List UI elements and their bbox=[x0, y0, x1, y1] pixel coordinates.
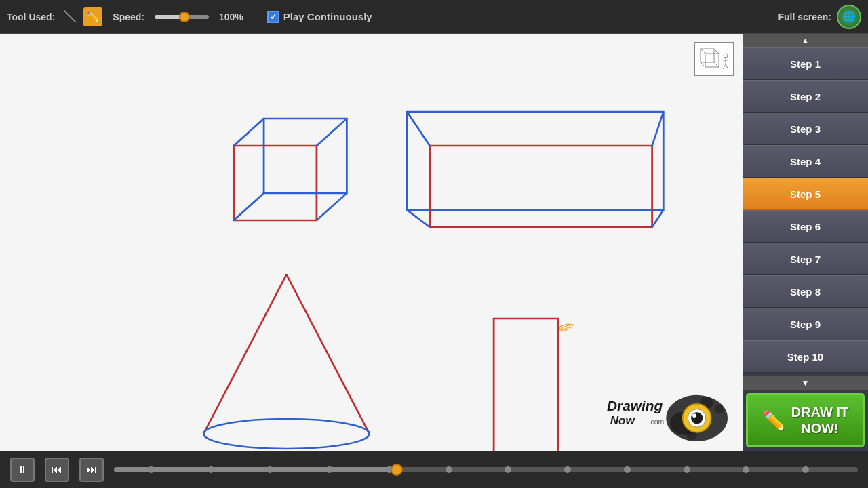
slash-tool-icon: ╲ bbox=[62, 7, 77, 26]
step-button-8[interactable]: Step 8 bbox=[743, 275, 868, 308]
svg-line-14 bbox=[317, 119, 347, 146]
step-button-10[interactable]: Step 10 bbox=[743, 340, 868, 373]
pause-button[interactable]: ⏸ bbox=[10, 458, 35, 482]
progress-dot-6[interactable] bbox=[446, 466, 452, 473]
steps-list: Step 1Step 2Step 3Step 4Step 5Step 6Step… bbox=[743, 47, 868, 376]
tool-used-label: Tool Used: bbox=[7, 12, 55, 22]
svg-point-35 bbox=[691, 412, 703, 424]
play-continuous-checkbox[interactable]: ✓ bbox=[267, 11, 279, 23]
progress-thumb[interactable] bbox=[391, 464, 403, 476]
progress-dot-12[interactable] bbox=[802, 466, 809, 473]
drawing-canvas[interactable]: ✏ Drawing Now .com bbox=[0, 34, 743, 451]
pencil-tool-icon[interactable]: ✏️ bbox=[83, 7, 102, 26]
progress-fill bbox=[114, 467, 397, 472]
svg-line-23 bbox=[203, 274, 286, 434]
svg-point-25 bbox=[203, 419, 370, 449]
svg-rect-17 bbox=[407, 112, 663, 210]
play-continuous-label: Play Continuously bbox=[283, 11, 372, 22]
svg-point-31 bbox=[715, 405, 724, 413]
canvas-drawings: ✏ bbox=[0, 34, 743, 451]
main-content: ✏ Drawing Now .com bbox=[0, 34, 868, 451]
draw-it-now-button[interactable]: ✏️ DRAW ITNOW! bbox=[746, 393, 865, 447]
svg-text:Drawing: Drawing bbox=[607, 398, 663, 413]
next-button[interactable]: ⏭ bbox=[79, 458, 104, 482]
fullscreen-container: Full screen: 🌐 bbox=[778, 5, 861, 29]
step-button-4[interactable]: Step 4 bbox=[743, 145, 868, 178]
svg-line-15 bbox=[234, 193, 264, 220]
speed-value: 100% bbox=[219, 12, 243, 22]
scroll-up-button[interactable]: ▲ bbox=[743, 34, 868, 47]
step-button-3[interactable]: Step 3 bbox=[743, 113, 868, 145]
progress-dot-2[interactable] bbox=[208, 466, 214, 473]
step-button-7[interactable]: Step 7 bbox=[743, 243, 868, 275]
svg-line-21 bbox=[407, 210, 429, 227]
svg-line-22 bbox=[652, 210, 664, 227]
svg-rect-18 bbox=[430, 146, 652, 227]
step-button-6[interactable]: Step 6 bbox=[743, 210, 868, 243]
progress-dot-4[interactable] bbox=[326, 466, 333, 473]
svg-text:.com: .com bbox=[649, 418, 665, 426]
fullscreen-button[interactable]: 🌐 bbox=[837, 5, 861, 29]
progress-dot-11[interactable] bbox=[743, 466, 749, 473]
speed-slider-track[interactable] bbox=[155, 15, 209, 19]
step-button-1[interactable]: Step 1 bbox=[743, 47, 868, 80]
draw-it-now-label: DRAW ITNOW! bbox=[791, 404, 848, 436]
svg-line-19 bbox=[407, 112, 429, 146]
prev-button[interactable]: ⏮ bbox=[45, 458, 69, 482]
svg-line-16 bbox=[317, 193, 347, 220]
progress-dot-10[interactable] bbox=[684, 466, 690, 473]
progress-dot-3[interactable] bbox=[267, 466, 273, 473]
svg-line-24 bbox=[286, 274, 369, 434]
progress-dot-1[interactable] bbox=[148, 466, 155, 473]
step-button-2[interactable]: Step 2 bbox=[743, 80, 868, 113]
speed-label: Speed: bbox=[113, 12, 144, 22]
progress-dot-7[interactable] bbox=[505, 466, 511, 473]
speed-slider-container bbox=[155, 15, 209, 19]
svg-point-36 bbox=[692, 413, 696, 418]
scroll-down-button[interactable]: ▼ bbox=[743, 376, 868, 390]
step-button-9[interactable]: Step 9 bbox=[743, 308, 868, 340]
svg-text:Now: Now bbox=[610, 414, 636, 427]
svg-text:✏: ✏ bbox=[555, 315, 578, 339]
speed-slider-thumb[interactable] bbox=[179, 12, 190, 22]
progress-dot-9[interactable] bbox=[624, 466, 631, 473]
svg-line-13 bbox=[234, 119, 264, 146]
progress-dot-8[interactable] bbox=[564, 466, 571, 473]
play-continuous-container: ✓ Play Continuously bbox=[267, 11, 372, 23]
drawingnow-logo: Drawing Now .com bbox=[607, 390, 729, 444]
svg-rect-26 bbox=[494, 319, 557, 451]
step-button-5[interactable]: Step 5 bbox=[743, 178, 868, 210]
playback-bar: ⏸ ⏮ ⏭ bbox=[0, 451, 868, 488]
steps-sidebar: ▲ Step 1Step 2Step 3Step 4Step 5Step 6St… bbox=[743, 34, 868, 451]
draw-now-pencil-icon: ✏️ bbox=[762, 409, 786, 432]
svg-line-20 bbox=[652, 112, 664, 146]
progress-bar[interactable] bbox=[114, 467, 858, 472]
toolbar: Tool Used: ╲ ✏️ Speed: 100% ✓ Play Conti… bbox=[0, 0, 868, 34]
fullscreen-label: Full screen: bbox=[778, 12, 831, 22]
